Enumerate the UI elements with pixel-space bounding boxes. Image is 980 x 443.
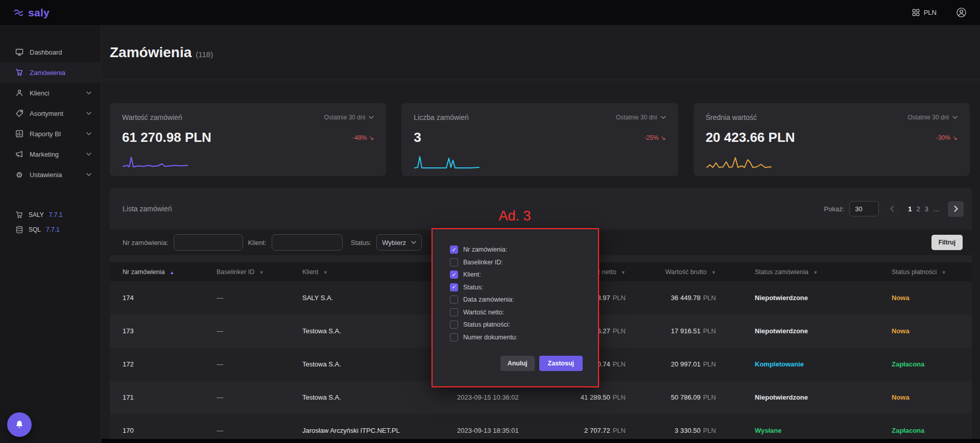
col-header-baselinker-id[interactable]: Baselinker ID ▼: [217, 268, 302, 276]
column-picker-popup: ✓ Nr zamówienia: ✓ Baselinker ID: ✓ Klie…: [432, 228, 599, 387]
sparkline: [122, 154, 188, 171]
checkbox-status-platnosci[interactable]: ✓ Status płatności:: [450, 318, 598, 331]
sidebar-item-marketing[interactable]: Marketing: [0, 144, 101, 164]
stat-cards: Wartość zamówień Ostatnie 30 dni 61 270.…: [110, 103, 970, 176]
checkbox-icon: ✓: [450, 270, 458, 279]
page-title-text: Zamówienia: [110, 44, 192, 60]
checkbox-nr-zamowienia[interactable]: ✓ Nr zamówienia:: [450, 243, 598, 256]
currency-suffix: PLN: [703, 393, 716, 401]
period-label: Ostatnie 30 dni: [324, 114, 366, 121]
chevron-down-icon: [411, 241, 416, 244]
cell-order-status: Niepotwierdzone: [716, 294, 892, 302]
period-selector[interactable]: Ostatnie 30 dni: [324, 114, 374, 121]
sidebar-item-dashboard[interactable]: Dashboard: [0, 42, 101, 62]
col-label: Wartość brutto: [665, 268, 707, 276]
checkbox-data-zamowienia[interactable]: ✓ Data zamówienia:: [450, 293, 598, 306]
currency-selector[interactable]: PLN: [912, 9, 937, 16]
version-info: SALY 7.7.1 SQL 7.7.1: [0, 207, 101, 237]
trend-down-icon: ↘: [661, 134, 666, 141]
status-filter-select[interactable]: Wybierz: [376, 234, 422, 251]
client-filter-label: Klient:: [248, 239, 267, 247]
dashboard-icon: [15, 48, 23, 56]
user-menu-button[interactable]: [956, 7, 967, 18]
filter-button[interactable]: Filtruj: [931, 235, 963, 250]
clients-icon: [15, 89, 23, 97]
col-header-nr-zamowienia[interactable]: Nr zamówienia ▲: [123, 268, 217, 276]
saly-logo[interactable]: saly: [13, 7, 50, 19]
apply-button[interactable]: Zastosuj: [539, 356, 583, 371]
checkbox-label: Status:: [463, 284, 483, 291]
change-percent: -25%: [644, 134, 659, 141]
page-number-3[interactable]: 3: [925, 205, 928, 213]
sort-desc-icon: ▼: [259, 270, 264, 275]
cell-gross-value: 17 916.51PLN: [626, 327, 716, 335]
checkbox-status[interactable]: ✓ Status:: [450, 281, 598, 294]
cell-order-status: Niepotwierdzone: [716, 327, 892, 335]
cell-order-date: 2023-09-15 10:36:02: [457, 393, 557, 401]
sort-desc-icon: ▼: [621, 270, 626, 275]
cell-order-status: Kompletowanie: [716, 360, 892, 368]
page-size-input[interactable]: [849, 201, 879, 216]
sidebar-nav: Dashboard Zamówienia Klienci Asortymen: [0, 42, 101, 185]
sidebar-item-zamowienia[interactable]: Zamówienia: [0, 62, 101, 83]
sidebar-item-klienci[interactable]: Klienci: [0, 83, 101, 103]
cancel-button[interactable]: Anuluj: [500, 356, 535, 371]
sidebar-item-label: Ustawienia: [30, 171, 62, 179]
net-amount: 41 289.50: [581, 393, 610, 401]
stat-card-order-count: Liczba zamówień Ostatnie 30 dni 3 -25% ↘: [401, 103, 678, 176]
card-value: 3: [414, 130, 421, 145]
gross-amount: 36 449.78: [671, 294, 701, 302]
checkbox-baselinker-id[interactable]: ✓ Baselinker ID:: [450, 256, 598, 269]
gear-icon: ⚙: [15, 170, 23, 179]
cell-baselinker-id: —: [217, 294, 302, 302]
prev-page-button[interactable]: [884, 201, 900, 217]
stat-card-order-value: Wartość zamówień Ostatnie 30 dni 61 270.…: [110, 103, 386, 176]
cell-order-number: 173: [123, 327, 217, 335]
change-percent: -48%: [352, 134, 367, 141]
period-label: Ostatnie 30 dni: [616, 114, 657, 121]
client-filter-input[interactable]: [272, 234, 343, 251]
cell-baselinker-id: —: [217, 360, 302, 368]
next-page-button[interactable]: [948, 201, 964, 217]
sort-desc-icon: ▼: [323, 270, 328, 275]
marketing-icon: [15, 150, 23, 158]
checkbox-numer-dokumentu[interactable]: ✓ Numer dokumentu:: [450, 331, 598, 344]
currency-suffix: PLN: [703, 427, 716, 434]
cell-baselinker-id: —: [217, 327, 302, 335]
col-label: Status płatności: [892, 268, 937, 276]
currency-suffix: PLN: [613, 360, 626, 368]
page-number-1[interactable]: 1: [908, 205, 912, 213]
version-number: 7.7.1: [46, 226, 60, 233]
checkbox-wartosc-netto[interactable]: ✓ Wartość netto:: [450, 306, 598, 319]
page-ellipsis: …: [933, 205, 940, 213]
col-header-status-platnosci[interactable]: Status płatności ▼: [892, 268, 962, 276]
user-icon: [956, 7, 967, 18]
trend-down-icon: ↘: [369, 134, 374, 141]
sidebar-item-label: Asortyment: [30, 110, 63, 117]
check-icon: ✓: [451, 272, 456, 278]
sidebar-item-raporty-bi[interactable]: Raporty BI: [0, 124, 101, 144]
card-value: 61 270.98 PLN: [122, 130, 211, 145]
trend-down-icon: ↘: [952, 134, 958, 141]
period-selector[interactable]: Ostatnie 30 dni: [616, 114, 666, 121]
sidebar-item-asortyment[interactable]: Asortyment: [0, 103, 101, 124]
version-saly: SALY 7.7.1: [15, 207, 101, 222]
currency-suffix: PLN: [613, 427, 626, 434]
sort-desc-icon: ▼: [942, 270, 946, 275]
chevron-down-icon: [86, 112, 91, 115]
col-header-wartosc-brutto[interactable]: Wartość brutto ▼: [626, 268, 716, 276]
page-number-2[interactable]: 2: [917, 205, 920, 213]
period-selector[interactable]: Ostatnie 30 dni: [907, 114, 958, 121]
sidebar-item-ustawienia[interactable]: ⚙ Ustawienia: [0, 164, 101, 185]
checkbox-label: Baselinker ID:: [463, 259, 503, 266]
cell-payment-status: Zapłacona: [892, 360, 962, 368]
stat-card-average-value: Średnia wartość Ostatnie 30 dni 20 423.6…: [694, 103, 970, 176]
page-header: Zamówienia(118): [101, 25, 980, 80]
cell-payment-status: Nowa: [892, 327, 962, 335]
cell-order-number: 172: [123, 360, 217, 368]
checkbox-klient[interactable]: ✓ Klient:: [450, 268, 598, 281]
change-percent: -30%: [936, 134, 950, 141]
order-number-filter-input[interactable]: [174, 234, 243, 251]
notifications-fab[interactable]: [7, 412, 32, 437]
col-header-status-zamowienia[interactable]: Status zamówienia ▼: [716, 268, 892, 276]
